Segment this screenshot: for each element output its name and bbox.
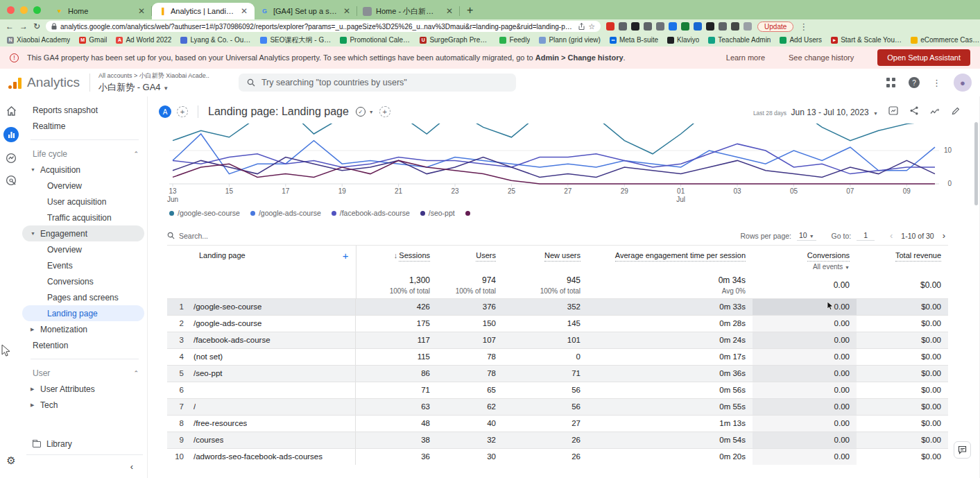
help-icon[interactable]: ?: [909, 77, 920, 88]
sidebar-item-conversions[interactable]: Conversions: [22, 273, 147, 289]
update-button[interactable]: Update: [757, 22, 793, 32]
bookmark-item[interactable]: Plann (grid view): [539, 36, 600, 44]
table-row[interactable]: 5/seo-ppt8678710m 36s0.00$0.00: [167, 365, 948, 382]
extension-icon[interactable]: [681, 22, 689, 31]
sidebar-item-monetization[interactable]: ▶Monetization: [22, 321, 147, 337]
extension-icon[interactable]: [743, 22, 752, 31]
landing-page-line-chart[interactable]: 10 0: [169, 123, 939, 187]
feedback-button[interactable]: [954, 441, 971, 459]
sidebar-item-realtime[interactable]: Realtime: [22, 118, 147, 134]
table-row[interactable]: 8/free-resources4840271m 13s0.00$0.00: [167, 415, 948, 432]
sidebar-item-user-acquisition[interactable]: User acquisition: [22, 194, 147, 210]
learn-more-link[interactable]: Learn more: [726, 53, 765, 62]
prev-page-icon[interactable]: ‹: [887, 230, 895, 241]
search-input[interactable]: Try searching "top countries by users": [239, 74, 516, 92]
extension-icon[interactable]: [731, 22, 739, 31]
table-row[interactable]: 9/courses3832260m 54s0.00$0.00: [167, 432, 948, 448]
column-new-users[interactable]: New users: [503, 246, 587, 272]
conversions-event-select[interactable]: All events ▼: [759, 263, 850, 271]
next-page-icon[interactable]: ›: [940, 230, 948, 241]
browser-menu-icon[interactable]: ⋮: [799, 22, 808, 32]
date-range-picker[interactable]: Jun 13 - Jul 10, 2023: [791, 108, 869, 117]
sidebar-item-overview[interactable]: Overview: [22, 241, 147, 257]
caret-right-icon[interactable]: ▶: [31, 386, 34, 392]
column-users[interactable]: Users: [437, 246, 503, 272]
extension-icon[interactable]: [631, 22, 639, 31]
back-button[interactable]: ←: [6, 22, 14, 31]
caret-right-icon[interactable]: ▶: [31, 402, 34, 408]
browser-tab[interactable]: G[GA4] Set up a scroll conversi✕: [255, 3, 357, 19]
caret-down-icon[interactable]: ▼: [31, 231, 35, 236]
bookmark-item[interactable]: ▸Start & Scale Your...: [831, 36, 902, 44]
new-tab-button[interactable]: +: [460, 4, 480, 19]
caret-down-icon[interactable]: ▼: [31, 167, 35, 172]
column-avg-engagement[interactable]: Average engagement time per session: [587, 246, 753, 272]
avatar[interactable]: ●: [954, 74, 972, 92]
share-report-icon[interactable]: [909, 106, 920, 117]
close-tab-icon[interactable]: ✕: [342, 6, 352, 16]
zoom-window-icon[interactable]: [33, 6, 41, 14]
bookmark-item[interactable]: SEO课程大纲 - Go...: [260, 35, 331, 45]
home-icon[interactable]: [5, 105, 17, 117]
reports-icon[interactable]: [3, 127, 19, 142]
sidebar-item-traffic-acquisition[interactable]: Traffic acquisition: [22, 210, 147, 225]
bookmark-item[interactable]: Lyang & Co. - Outl...: [180, 36, 251, 44]
share-icon[interactable]: [578, 23, 585, 31]
sidebar-item-library[interactable]: Library: [22, 434, 147, 454]
browser-tab[interactable]: Home - 小白新势学院✕: [357, 3, 460, 19]
address-bar[interactable]: analytics.google.com/analytics/web/?auth…: [46, 21, 601, 32]
extension-icon[interactable]: [719, 22, 727, 31]
table-row[interactable]: 67165560m 56s0.00$0.00: [167, 382, 948, 398]
bookmark-item[interactable]: Add Users: [780, 36, 822, 44]
extension-icon[interactable]: [644, 22, 652, 31]
bookmark-item[interactable]: USurgeGraph Premi...: [420, 36, 490, 44]
extension-icon[interactable]: [606, 22, 614, 31]
caret-up-icon[interactable]: ⌃: [133, 151, 139, 157]
bookmark-item[interactable]: eCommerce Case...: [911, 36, 980, 44]
open-setup-assistant-button[interactable]: Open Setup Assistant: [877, 49, 970, 66]
account-switcher[interactable]: All accounts > 小白新势 Xiaobai Acade.. 小白新势…: [98, 71, 209, 94]
sidebar-item-reports-snapshot[interactable]: Reports snapshot: [22, 102, 147, 118]
page-scrollbar[interactable]: [974, 122, 978, 205]
add-metric-button[interactable]: +: [379, 106, 390, 117]
sidebar-item-acquisition[interactable]: ▼Acquisition: [22, 162, 147, 178]
sidebar-item-user-attributes[interactable]: ▶User Attributes: [22, 381, 147, 397]
table-row[interactable]: 10/adwords-seo-facebook-ads-courses36302…: [167, 448, 948, 465]
extension-icon[interactable]: [694, 22, 702, 31]
bookmark-item[interactable]: AAd World 2022: [116, 36, 171, 44]
close-tab-icon[interactable]: ✕: [239, 6, 249, 16]
extension-icon[interactable]: [706, 22, 714, 31]
close-tab-icon[interactable]: ✕: [137, 6, 146, 16]
customize-report-icon[interactable]: [888, 106, 899, 117]
sidebar-item-events[interactable]: Events: [22, 257, 147, 273]
minimize-window-icon[interactable]: [20, 6, 28, 14]
caret-up-icon[interactable]: ⌃: [133, 370, 139, 377]
extension-icon[interactable]: [669, 22, 677, 31]
table-row[interactable]: 4(not set)1157800m 17s0.00$0.00: [167, 348, 948, 365]
collapse-sidebar-button[interactable]: ‹: [26, 454, 143, 478]
sidebar-item-life-cycle[interactable]: Life cycle⌃: [22, 146, 147, 162]
rows-per-page-select[interactable]: 10 ▼: [797, 231, 816, 241]
bookmark-item[interactable]: MGmail: [79, 36, 107, 44]
extension-icon[interactable]: [619, 22, 627, 31]
sidebar-item-overview[interactable]: Overview: [22, 178, 147, 194]
header-menu-icon[interactable]: ⋮: [932, 78, 941, 88]
table-row[interactable]: 3/facebook-ads-course1171071010m 24s0.00…: [167, 332, 948, 348]
admin-gear-icon[interactable]: ⚙: [6, 454, 15, 467]
report-variant-chip[interactable]: A: [159, 105, 171, 118]
column-conversions[interactable]: ConversionsAll events ▼: [753, 246, 857, 272]
bookmark-item[interactable]: Klaviyo: [667, 36, 699, 44]
forward-button[interactable]: →: [19, 22, 28, 31]
extension-icon[interactable]: [656, 22, 664, 31]
sidebar-item-pages-and-screens[interactable]: Pages and screens: [22, 289, 147, 305]
advertising-icon[interactable]: [5, 174, 17, 187]
caret-right-icon[interactable]: ▶: [31, 327, 34, 332]
bookmark-item[interactable]: Teachable Admin: [708, 36, 771, 44]
table-row[interactable]: 2/google-ads-course1751501450m 28s0.00$0…: [167, 315, 948, 332]
table-row[interactable]: 7/6362560m 55s0.00$0.00: [167, 398, 948, 415]
column-landing-page[interactable]: Landing page: [199, 251, 246, 259]
window-controls[interactable]: [0, 6, 49, 19]
explore-icon[interactable]: [5, 152, 17, 164]
bookmark-item[interactable]: NXiaobai Academy: [7, 36, 70, 44]
browser-tab[interactable]: ▐Analytics | Landing page: Land✕: [152, 3, 255, 19]
